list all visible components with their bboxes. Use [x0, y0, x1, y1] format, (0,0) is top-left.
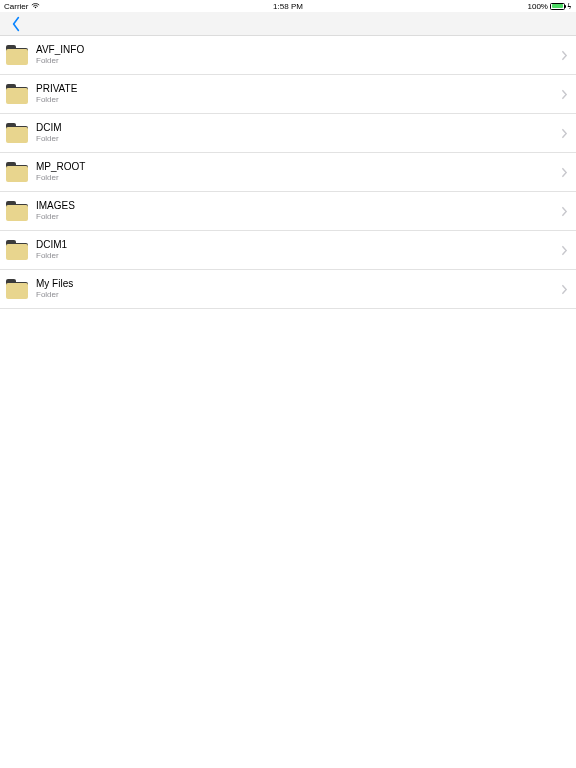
list-item-subtitle: Folder [36, 174, 561, 182]
list-item-text: DCIM1 Folder [36, 240, 561, 260]
folder-icon [6, 83, 28, 105]
carrier-label: Carrier [4, 2, 28, 11]
list-item[interactable]: AVF_INFO Folder [0, 36, 576, 75]
list-item-subtitle: Folder [36, 252, 561, 260]
list-item-subtitle: Folder [36, 213, 561, 221]
status-right: 100% ϟ [383, 2, 572, 11]
list-item-subtitle: Folder [36, 96, 561, 104]
list-item[interactable]: DCIM1 Folder [0, 231, 576, 270]
list-item[interactable]: PRIVATE Folder [0, 75, 576, 114]
folder-icon [6, 44, 28, 66]
folder-list: AVF_INFO Folder PRIVATE Folder DCIM Fold… [0, 36, 576, 309]
status-left: Carrier [4, 2, 193, 11]
list-item-subtitle: Folder [36, 135, 561, 143]
list-item-subtitle: Folder [36, 57, 561, 65]
chevron-right-icon [561, 245, 568, 256]
list-item-text: DCIM Folder [36, 123, 561, 143]
status-bar: Carrier 1:58 PM 100% ϟ [0, 0, 576, 12]
list-item-title: IMAGES [36, 201, 561, 211]
chevron-right-icon [561, 128, 568, 139]
chevron-right-icon [561, 284, 568, 295]
list-item-subtitle: Folder [36, 291, 561, 299]
chevron-left-icon [11, 16, 21, 32]
battery-pct: 100% [528, 2, 548, 11]
folder-icon [6, 200, 28, 222]
list-item-text: MP_ROOT Folder [36, 162, 561, 182]
nav-bar [0, 12, 576, 36]
chevron-right-icon [561, 50, 568, 61]
folder-icon [6, 161, 28, 183]
list-item-title: PRIVATE [36, 84, 561, 94]
folder-icon [6, 278, 28, 300]
folder-icon [6, 122, 28, 144]
list-item-title: DCIM [36, 123, 561, 133]
list-item-title: DCIM1 [36, 240, 561, 250]
chevron-right-icon [561, 167, 568, 178]
list-item[interactable]: MP_ROOT Folder [0, 153, 576, 192]
wifi-icon [31, 2, 40, 11]
battery-icon [550, 3, 565, 10]
list-item-title: MP_ROOT [36, 162, 561, 172]
list-item[interactable]: IMAGES Folder [0, 192, 576, 231]
list-item-text: AVF_INFO Folder [36, 45, 561, 65]
list-item-text: IMAGES Folder [36, 201, 561, 221]
list-item-text: My Files Folder [36, 279, 561, 299]
list-item-title: AVF_INFO [36, 45, 561, 55]
back-button[interactable] [6, 14, 26, 34]
folder-icon [6, 239, 28, 261]
list-item[interactable]: DCIM Folder [0, 114, 576, 153]
list-item-title: My Files [36, 279, 561, 289]
chevron-right-icon [561, 89, 568, 100]
list-item[interactable]: My Files Folder [0, 270, 576, 309]
charging-icon: ϟ [567, 3, 572, 10]
chevron-right-icon [561, 206, 568, 217]
list-item-text: PRIVATE Folder [36, 84, 561, 104]
status-time: 1:58 PM [193, 2, 382, 11]
